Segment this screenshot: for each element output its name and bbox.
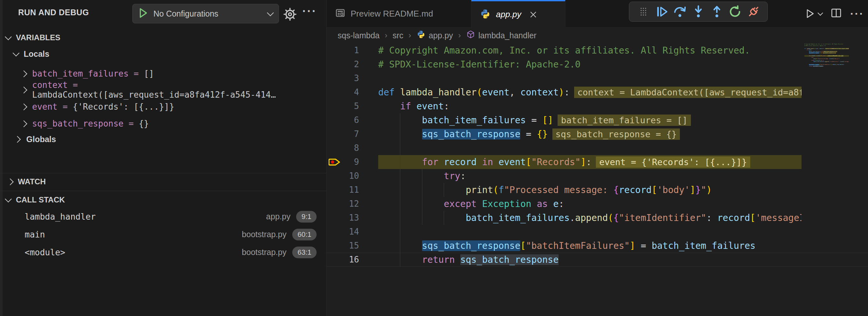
line-number[interactable]: 8 <box>327 141 359 155</box>
line-number[interactable]: 13 <box>327 211 359 225</box>
callstack-frame[interactable]: lambda_handler app.py 9:1 <box>0 208 326 225</box>
breadcrumb-item-sqs-lambda[interactable]: sqs-lambda <box>338 31 379 40</box>
variables-section-header[interactable]: VARIABLES <box>6 33 60 42</box>
code-line-content[interactable]: def lambda_handler(event, context):conte… <box>378 85 802 99</box>
line-number[interactable]: 2 <box>327 57 359 71</box>
editor-more-actions-icon[interactable]: ··· <box>850 7 864 20</box>
variable-row[interactable]: context = LambdaContext([aws_request_id=… <box>22 83 326 97</box>
code-line-content[interactable]: for record in event["Records"]:event = {… <box>378 155 802 169</box>
code-line-content[interactable]: try: <box>378 169 802 183</box>
code-editor[interactable]: 1# Copyright Amazon.com, Inc. or its aff… <box>327 43 868 267</box>
line-number[interactable]: 10 <box>327 169 359 183</box>
code-line-content[interactable]: if event: <box>378 99 802 113</box>
indent-guide <box>400 183 400 197</box>
disconnect-icon[interactable] <box>746 4 761 19</box>
locals-scope-header[interactable]: Locals <box>13 49 49 59</box>
code-line-content[interactable]: batch_item_failures = []batch_item_failu… <box>378 113 802 127</box>
code-line-16[interactable]: 16 return sqs_batch_response <box>327 253 868 267</box>
code-token: sqs_batch_response <box>809 64 819 65</box>
callstack-frame[interactable]: main bootstrap.py 60:1 <box>0 225 326 243</box>
breadcrumb-item-app-py[interactable]: app.py <box>416 30 453 41</box>
breadcrumb-item-src[interactable]: src <box>393 31 403 40</box>
tab-preview-readme-md[interactable]: Preview README.md <box>327 0 471 27</box>
code-line-content[interactable]: sqs_batch_response = {}sqs_batch_respons… <box>378 127 802 141</box>
editor-group: Preview README.md app.py ··· sqs-lambda›… <box>327 0 868 316</box>
code-line-content[interactable] <box>378 141 802 155</box>
line-number[interactable]: 16 <box>327 253 359 267</box>
code-token: f <box>499 185 504 195</box>
code-line-content[interactable]: return sqs_batch_response <box>378 253 802 267</box>
code-token <box>531 198 537 209</box>
code-line-10[interactable]: 10 try: <box>327 169 868 183</box>
code-line-content[interactable]: print(f"Processed message: {record['body… <box>378 183 802 197</box>
debug-configurations-dropdown[interactable]: No Configurations <box>132 4 279 23</box>
gear-icon[interactable] <box>283 7 297 22</box>
line-number[interactable]: 3 <box>327 71 359 85</box>
line-number[interactable]: 1 <box>327 43 359 57</box>
step-into-icon[interactable] <box>691 4 706 19</box>
code-token: except <box>811 60 815 61</box>
step-out-icon[interactable] <box>709 4 724 19</box>
line-number[interactable]: 6 <box>327 113 359 127</box>
chevron-down-icon <box>818 10 823 15</box>
code-token: batch_item_failures <box>466 213 569 223</box>
step-over-icon[interactable] <box>673 4 687 19</box>
code-line-content[interactable] <box>378 225 802 239</box>
code-line-content[interactable]: batch_item_failures.append({"itemIdentif… <box>378 211 802 225</box>
continue-icon[interactable] <box>654 4 669 19</box>
variable-row[interactable]: event = {'Records': [{...}]} <box>22 99 174 114</box>
breakpoint-arrow-icon[interactable] <box>329 157 341 168</box>
indent-guide <box>400 197 400 211</box>
minimap[interactable]: 1# Copyright Amazon.com, Inc. or its aff… <box>804 43 868 271</box>
callstack-frame[interactable]: <module> bootstrap.py 63:1 <box>0 243 326 261</box>
code-line-6[interactable]: 6 batch_item_failures = []batch_item_fai… <box>327 113 868 127</box>
variable-row[interactable]: batch_item_failures = [] <box>22 66 154 81</box>
code-line-13[interactable]: 13 batch_item_failures.append({"itemIden… <box>327 211 868 225</box>
frame-position-badge: 63:1 <box>292 247 317 258</box>
line-number[interactable]: 14 <box>327 225 359 239</box>
views-more-actions-icon[interactable]: ··· <box>302 4 317 18</box>
code-token: ) <box>707 185 712 195</box>
line-number[interactable]: 4 <box>327 85 359 99</box>
code-line-5[interactable]: 5 if event: <box>327 99 868 113</box>
run-python-file-button[interactable] <box>803 7 822 20</box>
code-token: batch_item_failures <box>422 115 526 126</box>
code-line-14[interactable]: 14 <box>327 225 868 239</box>
code-line-content[interactable]: return sqs_batch_response <box>804 66 849 67</box>
code-line-7[interactable]: 7 sqs_batch_response = {}sqs_batch_respo… <box>327 127 868 141</box>
code-line-11[interactable]: 11 print(f"Processed message: {record['b… <box>327 183 868 197</box>
split-editor-icon[interactable] <box>830 7 842 21</box>
code-line-8[interactable]: 8 <box>327 141 868 155</box>
code-line-12[interactable]: 12 except Exception as e: <box>327 197 868 211</box>
drag-handle-icon[interactable] <box>636 4 651 19</box>
code-line-content[interactable]: # Copyright Amazon.com, Inc. or its affi… <box>378 43 802 57</box>
watch-section-header[interactable]: WATCH <box>8 177 46 186</box>
chevron-right-icon <box>21 120 27 127</box>
variable-row[interactable]: sqs_batch_response = {} <box>22 116 149 131</box>
code-line-15[interactable]: 15 sqs_batch_response["batchItemFailures… <box>327 239 868 253</box>
tab-app-py[interactable]: app.py <box>471 0 565 28</box>
breadcrumb-item-lambda-handler[interactable]: lambda_handler <box>466 30 536 41</box>
code-token: : <box>564 87 569 98</box>
code-line-content[interactable]: except Exception as e: <box>378 197 802 211</box>
code-line-16[interactable]: 16 return sqs_batch_response <box>804 66 849 67</box>
close-icon[interactable] <box>528 10 538 20</box>
code-line-content[interactable] <box>378 71 802 85</box>
call-stack-section-header[interactable]: CALL STACK <box>6 195 326 204</box>
code-token: : <box>586 157 592 167</box>
code-line-2[interactable]: 2# SPDX-License-Identifier: Apache-2.0 <box>327 57 868 71</box>
code-line-9[interactable]: 9 for record in event["Records"]:event =… <box>327 155 868 169</box>
globals-scope-header[interactable]: Globals <box>15 135 56 144</box>
line-number[interactable]: 12 <box>327 197 359 211</box>
code-line-content[interactable]: # SPDX-License-Identifier: Apache-2.0 <box>378 57 802 71</box>
restart-icon[interactable] <box>727 4 742 19</box>
code-line-4[interactable]: 4def lambda_handler(event, context):cont… <box>327 85 868 99</box>
line-number[interactable]: 7 <box>327 127 359 141</box>
code-line-1[interactable]: 1# Copyright Amazon.com, Inc. or its aff… <box>327 43 868 57</box>
variable-name: context <box>32 80 68 90</box>
line-number[interactable]: 5 <box>327 99 359 113</box>
line-number[interactable]: 15 <box>327 239 359 253</box>
code-line-3[interactable]: 3 <box>327 71 868 85</box>
code-line-content[interactable]: sqs_batch_response["batchItemFailures"] … <box>378 239 802 253</box>
line-number[interactable]: 11 <box>327 183 359 197</box>
